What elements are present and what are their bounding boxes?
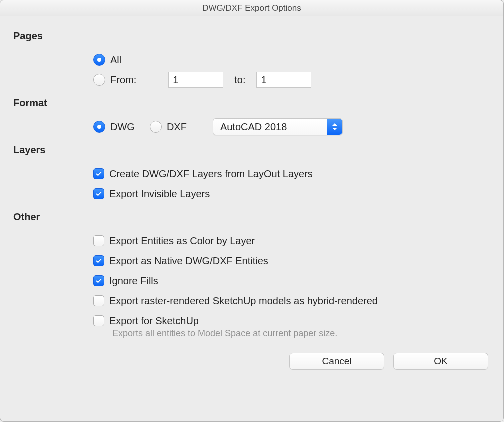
section-header-layers: Layers [14,144,490,158]
other-native-row: Export as Native DWG/DXF Entities [94,252,490,270]
radio-format-dxf-label: DXF [167,122,187,133]
pages-all-row: All [94,52,490,68]
other-forsketchup-row: Export for SketchUp [94,312,490,330]
checkbox-native-entities-label: Export as Native DWG/DXF Entities [110,256,268,267]
checkbox-raster-hybrid-label: Export raster-rendered SketchUp models a… [110,296,378,307]
export-options-dialog: DWG/DXF Export Options Pages All From: t… [0,0,504,422]
format-version-value: AutoCAD 2018 [220,122,287,133]
checkbox-ignore-fills[interactable] [94,276,104,286]
checkbox-color-by-layer-label: Export Entities as Color by Layer [110,236,255,247]
window-title: DWG/DXF Export Options [0,0,504,16]
radio-format-dwg-label: DWG [110,122,135,133]
chevrons-up-down-icon [328,119,342,135]
radio-pages-from[interactable] [94,74,106,86]
cancel-button[interactable]: Cancel [290,353,384,370]
checkbox-native-entities[interactable] [94,256,104,266]
radio-pages-all[interactable] [94,54,106,66]
section-header-other: Other [14,212,490,226]
ok-button[interactable]: OK [394,353,488,370]
checkbox-create-layers-label: Create DWG/DXF Layers from LayOut Layers [110,168,313,180]
format-row: DWG DXF AutoCAD 2018 [94,118,490,136]
checkbox-export-for-sketchup[interactable] [94,316,104,326]
pages-to-input[interactable] [256,72,312,88]
checkbox-color-by-layer[interactable] [94,236,104,246]
layers-invisible-row: Export Invisible Layers [94,186,490,202]
pages-to-label: to: [234,74,246,86]
checkbox-export-for-sketchup-label: Export for SketchUp [110,316,199,327]
radio-format-dwg[interactable] [94,121,106,133]
radio-pages-all-label: All [110,54,122,66]
other-rasterhybrid-row: Export raster-rendered SketchUp models a… [94,292,490,310]
pages-from-input[interactable] [168,72,224,88]
pages-from-row: From: to: [94,72,490,88]
other-colorbylayer-row: Export Entities as Color by Layer [94,232,490,250]
checkbox-create-layers[interactable] [94,168,104,180]
checkbox-raster-hybrid[interactable] [94,296,104,306]
radio-format-dxf[interactable] [150,121,162,133]
section-header-format: Format [14,98,490,112]
checkbox-export-invisible[interactable] [94,188,104,200]
section-header-pages: Pages [14,30,490,44]
dialog-button-row: Cancel OK [14,353,490,370]
other-ignorefills-row: Ignore Fills [94,272,490,290]
dialog-content: Pages All From: to: Format DWG DXF AutoC… [0,16,504,380]
checkbox-ignore-fills-label: Ignore Fills [110,276,158,287]
export-for-sketchup-helper: Exports all entities to Model Space at c… [94,328,490,339]
radio-pages-from-label: From: [110,74,136,86]
checkbox-export-invisible-label: Export Invisible Layers [110,188,210,200]
layers-create-row: Create DWG/DXF Layers from LayOut Layers [94,166,490,182]
format-version-select[interactable]: AutoCAD 2018 [213,118,343,136]
